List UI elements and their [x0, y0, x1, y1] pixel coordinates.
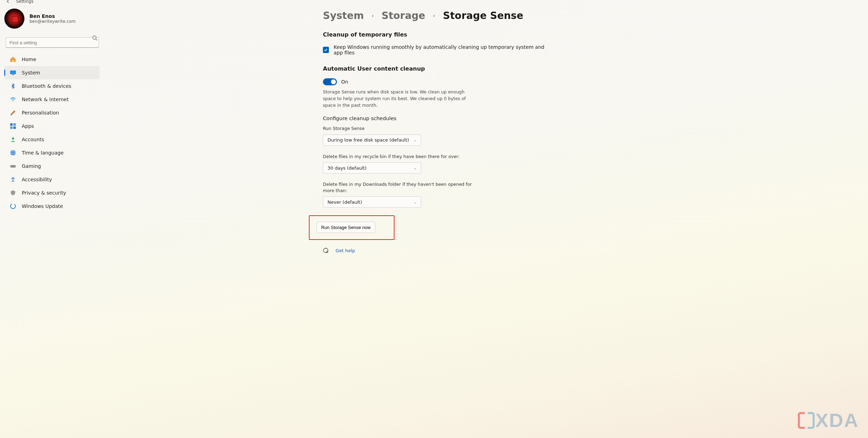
paintbrush-icon — [10, 110, 16, 116]
svg-rect-3 — [11, 71, 15, 74]
back-arrow-icon[interactable] — [6, 0, 11, 4]
svg-point-11 — [12, 137, 14, 139]
chevron-right-icon: › — [372, 12, 374, 19]
sidebar-item-personalisation[interactable]: Personalisation — [4, 106, 100, 119]
dropdown-value: Never (default) — [327, 200, 362, 205]
chevron-right-icon: › — [433, 12, 435, 19]
temp-files-checkbox[interactable] — [323, 47, 329, 53]
breadcrumb-system[interactable]: System — [323, 10, 364, 21]
bluetooth-icon — [10, 83, 16, 89]
user-email: ben@writeywrite.com — [29, 19, 76, 24]
chevron-down-icon: ⌄ — [414, 200, 417, 204]
recycle-bin-label: Delete files in my recycle bin if they h… — [323, 153, 474, 160]
recycle-bin-dropdown[interactable]: 30 days (default) ⌄ — [323, 162, 421, 174]
auto-cleanup-toggle-label: On — [341, 79, 348, 85]
sidebar-item-label: System — [22, 70, 40, 76]
sidebar-item-label: Apps — [22, 123, 34, 129]
svg-rect-6 — [11, 115, 12, 115]
window-title: Settings — [16, 0, 33, 4]
sidebar-nav: Home System Bluetooth & devices Network … — [1, 51, 105, 213]
svg-point-17 — [14, 166, 15, 167]
sidebar-item-system[interactable]: System — [4, 66, 100, 79]
temp-files-checkbox-label: Keep Windows running smoothly by automat… — [334, 44, 548, 55]
section-heading-schedules: Configure cleanup schedules — [323, 116, 548, 121]
avatar — [4, 8, 25, 29]
sidebar-item-privacy[interactable]: Privacy & security — [4, 186, 100, 200]
svg-rect-4 — [12, 74, 14, 75]
xda-logo-icon — [798, 411, 815, 430]
sidebar-item-label: Gaming — [22, 163, 41, 169]
downloads-dropdown[interactable]: Never (default) ⌄ — [323, 196, 421, 208]
auto-cleanup-description: Storage Sense runs when disk space is lo… — [323, 89, 477, 109]
auto-cleanup-toggle[interactable] — [323, 78, 337, 85]
svg-rect-8 — [13, 123, 16, 126]
svg-point-5 — [12, 100, 13, 101]
run-storage-sense-dropdown[interactable]: During low free disk space (default) ⌄ — [323, 135, 421, 146]
breadcrumb-storage[interactable]: Storage — [382, 10, 425, 21]
globe-clock-icon — [10, 150, 16, 156]
sidebar-item-home[interactable]: Home — [4, 53, 100, 66]
sidebar-item-label: Windows Update — [22, 203, 63, 209]
chevron-down-icon: ⌄ — [414, 166, 417, 170]
wifi-icon — [10, 96, 16, 103]
svg-point-16 — [11, 166, 12, 167]
update-icon — [10, 203, 16, 209]
highlight-annotation: Run Storage Sense now — [309, 215, 395, 240]
help-icon — [323, 248, 329, 253]
sidebar-item-bluetooth[interactable]: Bluetooth & devices — [4, 79, 100, 93]
page-title: Storage Sense — [443, 10, 523, 21]
user-name: Ben Enos — [29, 13, 76, 19]
downloads-label: Delete files in my Downloads folder if t… — [323, 181, 474, 194]
chevron-down-icon: ⌄ — [414, 138, 417, 142]
run-storage-sense-now-button[interactable]: Run Storage Sense now — [317, 222, 375, 233]
sidebar-item-network[interactable]: Network & internet — [4, 93, 100, 106]
sidebar-item-time[interactable]: Time & language — [4, 146, 100, 159]
search-input[interactable] — [6, 37, 99, 48]
sidebar-item-gaming[interactable]: Gaming — [4, 159, 100, 173]
sidebar-item-label: Personalisation — [22, 110, 59, 116]
user-account-block[interactable]: Ben Enos ben@writeywrite.com — [1, 3, 105, 33]
search-icon[interactable] — [92, 35, 98, 41]
run-storage-sense-label: Run Storage Sense — [323, 125, 474, 132]
svg-rect-15 — [10, 165, 16, 168]
sidebar-item-label: Privacy & security — [22, 190, 66, 196]
sidebar-item-label: Network & internet — [22, 97, 69, 102]
gamepad-icon — [10, 163, 16, 169]
section-heading-auto-cleanup: Automatic User content cleanup — [323, 65, 548, 72]
svg-rect-7 — [10, 123, 13, 126]
system-icon — [10, 70, 16, 76]
dropdown-value: During low free disk space (default) — [327, 137, 409, 143]
sidebar-item-label: Home — [22, 57, 36, 62]
apps-icon — [10, 123, 16, 129]
dropdown-value: 30 days (default) — [327, 165, 366, 171]
sidebar-item-label: Time & language — [22, 150, 64, 156]
svg-point-12 — [11, 150, 16, 156]
sidebar-item-label: Accounts — [22, 137, 44, 142]
xda-watermark: XDA — [798, 409, 859, 432]
svg-point-0 — [93, 36, 96, 39]
accessibility-icon — [10, 176, 16, 183]
person-icon — [10, 136, 16, 143]
sidebar-item-apps[interactable]: Apps — [4, 119, 100, 133]
svg-point-20 — [324, 248, 328, 253]
watermark-text: XDA — [815, 409, 859, 432]
sidebar-item-label: Bluetooth & devices — [22, 83, 71, 89]
button-label: Run Storage Sense now — [321, 225, 371, 230]
sidebar-item-accounts[interactable]: Accounts — [4, 133, 100, 146]
sidebar-item-label: Accessibility — [22, 177, 52, 182]
get-help-link[interactable]: Get help — [336, 248, 355, 253]
svg-line-1 — [96, 39, 97, 40]
home-icon — [10, 56, 16, 63]
svg-point-18 — [12, 177, 14, 178]
shield-icon — [10, 190, 16, 196]
sidebar-item-accessibility[interactable]: Accessibility — [4, 173, 100, 186]
breadcrumb: System › Storage › Storage Sense — [323, 10, 548, 21]
section-heading-cleanup-temp: Cleanup of temporary files — [323, 31, 548, 38]
svg-rect-10 — [13, 126, 16, 129]
svg-rect-9 — [10, 126, 13, 129]
sidebar-item-update[interactable]: Windows Update — [4, 200, 100, 213]
